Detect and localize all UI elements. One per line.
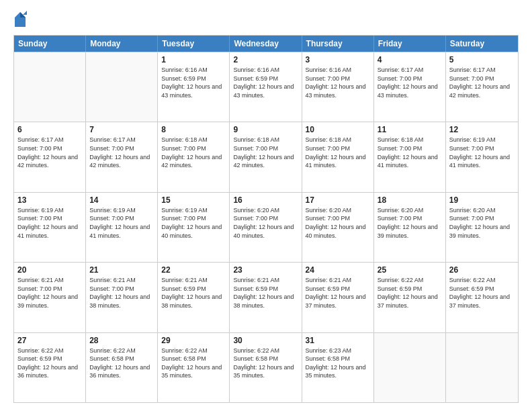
cal-cell — [14, 52, 86, 122]
day-number: 19 — [449, 195, 515, 205]
logo — [13, 11, 30, 28]
header-day-saturday: Saturday — [446, 36, 518, 52]
day-number: 10 — [306, 125, 370, 134]
cal-cell: 2Sunrise: 6:16 AMSunset: 6:59 PMDaylight… — [230, 52, 302, 122]
cal-cell: 20Sunrise: 6:21 AMSunset: 7:00 PMDayligh… — [14, 263, 86, 332]
week-row-5: 27Sunrise: 6:22 AMSunset: 6:59 PMDayligh… — [14, 332, 518, 402]
cal-cell — [86, 52, 158, 122]
day-number: 7 — [89, 125, 154, 134]
cal-cell — [374, 333, 446, 402]
day-number: 6 — [17, 125, 82, 134]
header-day-sunday: Sunday — [14, 36, 86, 52]
day-info: Sunrise: 6:19 AMSunset: 7:00 PMDaylight:… — [17, 206, 82, 240]
day-info: Sunrise: 6:21 AMSunset: 7:00 PMDaylight:… — [17, 276, 82, 310]
calendar-header: SundayMondayTuesdayWednesdayThursdayFrid… — [14, 36, 518, 52]
logo-icon — [13, 11, 27, 28]
day-info: Sunrise: 6:17 AMSunset: 7:00 PMDaylight:… — [378, 66, 442, 99]
day-number: 8 — [161, 125, 226, 134]
day-number: 18 — [378, 195, 442, 205]
day-info: Sunrise: 6:22 AMSunset: 6:59 PMDaylight:… — [17, 347, 82, 380]
day-info: Sunrise: 6:18 AMSunset: 7:00 PMDaylight:… — [306, 136, 370, 169]
day-number: 24 — [306, 265, 370, 275]
day-info: Sunrise: 6:22 AMSunset: 6:58 PMDaylight:… — [161, 347, 226, 380]
cal-cell: 17Sunrise: 6:20 AMSunset: 7:00 PMDayligh… — [302, 193, 374, 262]
day-info: Sunrise: 6:17 AMSunset: 7:00 PMDaylight:… — [89, 136, 154, 169]
day-number: 29 — [161, 336, 226, 345]
cal-cell: 9Sunrise: 6:18 AMSunset: 7:00 PMDaylight… — [230, 122, 302, 191]
header-day-friday: Friday — [374, 36, 446, 52]
day-number: 1 — [161, 55, 226, 64]
cal-cell: 11Sunrise: 6:18 AMSunset: 7:00 PMDayligh… — [374, 122, 446, 191]
day-number: 13 — [17, 195, 82, 205]
day-info: Sunrise: 6:16 AMSunset: 7:00 PMDaylight:… — [306, 66, 370, 99]
day-number: 16 — [233, 195, 298, 205]
day-number: 15 — [161, 195, 226, 205]
day-info: Sunrise: 6:20 AMSunset: 7:00 PMDaylight:… — [306, 206, 370, 240]
cal-cell: 25Sunrise: 6:22 AMSunset: 6:59 PMDayligh… — [374, 263, 446, 332]
day-number: 31 — [306, 336, 370, 345]
day-info: Sunrise: 6:22 AMSunset: 6:58 PMDaylight:… — [89, 347, 154, 380]
day-number: 4 — [378, 55, 442, 64]
day-info: Sunrise: 6:20 AMSunset: 7:00 PMDaylight:… — [449, 206, 515, 240]
day-number: 3 — [306, 55, 370, 64]
day-number: 28 — [89, 336, 154, 345]
cal-cell: 15Sunrise: 6:19 AMSunset: 7:00 PMDayligh… — [158, 193, 230, 262]
day-number: 2 — [233, 55, 298, 64]
cal-cell: 19Sunrise: 6:20 AMSunset: 7:00 PMDayligh… — [446, 193, 518, 262]
day-number: 25 — [378, 265, 442, 275]
cal-cell: 23Sunrise: 6:21 AMSunset: 6:59 PMDayligh… — [230, 263, 302, 332]
day-info: Sunrise: 6:22 AMSunset: 6:59 PMDaylight:… — [378, 276, 442, 310]
day-number: 9 — [233, 125, 298, 134]
cal-cell: 22Sunrise: 6:21 AMSunset: 6:59 PMDayligh… — [158, 263, 230, 332]
cal-cell: 13Sunrise: 6:19 AMSunset: 7:00 PMDayligh… — [14, 193, 86, 262]
day-number: 26 — [449, 265, 515, 275]
cal-cell: 8Sunrise: 6:18 AMSunset: 7:00 PMDaylight… — [158, 122, 230, 191]
header-day-thursday: Thursday — [302, 36, 374, 52]
header — [13, 11, 519, 28]
cal-cell: 3Sunrise: 6:16 AMSunset: 7:00 PMDaylight… — [302, 52, 374, 122]
day-info: Sunrise: 6:19 AMSunset: 7:00 PMDaylight:… — [89, 206, 154, 240]
day-number: 22 — [161, 265, 226, 275]
cal-cell: 16Sunrise: 6:20 AMSunset: 7:00 PMDayligh… — [230, 193, 302, 262]
cal-cell: 5Sunrise: 6:17 AMSunset: 7:00 PMDaylight… — [446, 52, 518, 122]
cal-cell: 31Sunrise: 6:23 AMSunset: 6:58 PMDayligh… — [302, 333, 374, 402]
calendar: SundayMondayTuesdayWednesdayThursdayFrid… — [13, 35, 519, 403]
calendar-body: 1Sunrise: 6:16 AMSunset: 6:59 PMDaylight… — [14, 52, 518, 402]
cal-cell: 24Sunrise: 6:21 AMSunset: 6:59 PMDayligh… — [302, 263, 374, 332]
day-number: 30 — [233, 336, 298, 345]
day-number: 20 — [17, 265, 82, 275]
day-info: Sunrise: 6:21 AMSunset: 6:59 PMDaylight:… — [161, 276, 226, 310]
day-info: Sunrise: 6:19 AMSunset: 7:00 PMDaylight:… — [449, 136, 515, 169]
day-info: Sunrise: 6:18 AMSunset: 7:00 PMDaylight:… — [161, 136, 226, 169]
cal-cell: 7Sunrise: 6:17 AMSunset: 7:00 PMDaylight… — [86, 122, 158, 191]
cal-cell: 12Sunrise: 6:19 AMSunset: 7:00 PMDayligh… — [446, 122, 518, 191]
day-info: Sunrise: 6:17 AMSunset: 7:00 PMDaylight:… — [449, 66, 515, 99]
day-info: Sunrise: 6:20 AMSunset: 7:00 PMDaylight:… — [378, 206, 442, 240]
day-info: Sunrise: 6:16 AMSunset: 6:59 PMDaylight:… — [161, 66, 226, 99]
cal-cell: 14Sunrise: 6:19 AMSunset: 7:00 PMDayligh… — [86, 193, 158, 262]
day-number: 14 — [89, 195, 154, 205]
day-info: Sunrise: 6:18 AMSunset: 7:00 PMDaylight:… — [378, 136, 442, 169]
day-info: Sunrise: 6:19 AMSunset: 7:00 PMDaylight:… — [161, 206, 226, 240]
svg-marker-2 — [23, 11, 27, 15]
day-info: Sunrise: 6:16 AMSunset: 6:59 PMDaylight:… — [233, 66, 298, 99]
day-number: 23 — [233, 265, 298, 275]
day-number: 27 — [17, 336, 82, 345]
day-info: Sunrise: 6:22 AMSunset: 6:58 PMDaylight:… — [233, 347, 298, 380]
day-info: Sunrise: 6:20 AMSunset: 7:00 PMDaylight:… — [233, 206, 298, 240]
day-info: Sunrise: 6:18 AMSunset: 7:00 PMDaylight:… — [233, 136, 298, 169]
cal-cell: 21Sunrise: 6:21 AMSunset: 7:00 PMDayligh… — [86, 263, 158, 332]
cal-cell: 10Sunrise: 6:18 AMSunset: 7:00 PMDayligh… — [302, 122, 374, 191]
header-day-wednesday: Wednesday — [230, 36, 302, 52]
cal-cell: 6Sunrise: 6:17 AMSunset: 7:00 PMDaylight… — [14, 122, 86, 191]
day-info: Sunrise: 6:17 AMSunset: 7:00 PMDaylight:… — [17, 136, 82, 169]
day-info: Sunrise: 6:21 AMSunset: 7:00 PMDaylight:… — [89, 276, 154, 310]
day-number: 5 — [449, 55, 515, 64]
cal-cell: 27Sunrise: 6:22 AMSunset: 6:59 PMDayligh… — [14, 333, 86, 402]
header-day-tuesday: Tuesday — [158, 36, 230, 52]
cal-cell — [446, 333, 518, 402]
day-number: 11 — [378, 125, 442, 134]
cal-cell: 18Sunrise: 6:20 AMSunset: 7:00 PMDayligh… — [374, 193, 446, 262]
day-number: 12 — [449, 125, 515, 134]
day-info: Sunrise: 6:21 AMSunset: 6:59 PMDaylight:… — [306, 276, 370, 310]
